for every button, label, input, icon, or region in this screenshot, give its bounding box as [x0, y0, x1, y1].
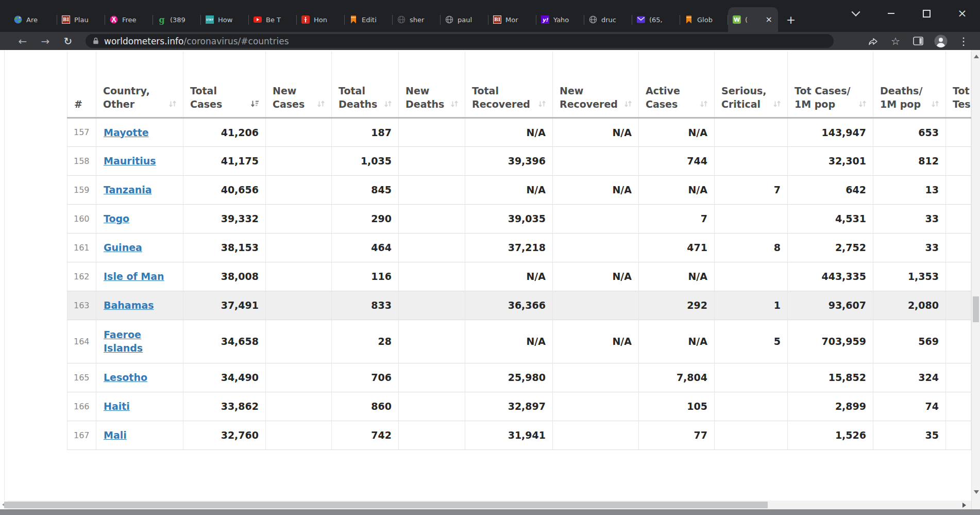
browser-tab[interactable]: druc	[584, 7, 632, 32]
table-body: 157 Mayotte 41,206187N/AN/AN/A143,947653…	[67, 118, 971, 450]
scroll-down-arrow-icon[interactable]	[974, 490, 979, 494]
column-header-new-recovered[interactable]: New Recovered	[553, 52, 639, 118]
cell-value	[399, 262, 465, 291]
cell-value: 74	[873, 392, 946, 421]
cell-value	[399, 118, 465, 146]
column-header-tot-cases-1m-pop[interactable]: Tot Cases/ 1M pop	[788, 52, 873, 118]
column-header-total-recovered[interactable]: Total Recovered	[465, 52, 553, 118]
country-cell: Haiti	[96, 392, 183, 421]
browser-tab[interactable]: Are	[9, 7, 57, 32]
column-header-tot-tes[interactable]: Tot Tes	[946, 52, 971, 118]
menu-button[interactable]: ⋮	[952, 33, 975, 49]
tab-close-icon[interactable]: ×	[765, 15, 773, 24]
column-header-deaths-1m-pop[interactable]: Deaths/ 1M pop	[873, 52, 946, 118]
minimize-button[interactable]	[873, 0, 909, 27]
cell-value	[266, 233, 332, 262]
column-header-total-deaths[interactable]: Total Deaths	[332, 52, 399, 118]
sort-icon	[448, 100, 459, 108]
column-header-country-other[interactable]: Country, Other	[96, 52, 183, 118]
gray-globe-icon	[589, 15, 597, 24]
vertical-scrollbar[interactable]	[971, 50, 980, 509]
maximize-icon	[923, 10, 931, 18]
forward-button[interactable]: →	[34, 35, 57, 47]
close-button[interactable]: ×	[944, 0, 980, 27]
cell-value	[266, 204, 332, 233]
country-link[interactable]: Haiti	[104, 401, 130, 412]
browser-tab[interactable]: Be T	[249, 7, 297, 32]
browser-tab[interactable]: Editi	[345, 7, 393, 32]
reload-button[interactable]: ↻	[57, 35, 79, 47]
column-header-serious-critical[interactable]: Serious, Critical	[715, 52, 788, 118]
bookmark-star-button[interactable]: ☆	[884, 33, 907, 49]
cell-value	[266, 175, 332, 204]
back-button[interactable]: ←	[11, 35, 34, 47]
tab-search-button[interactable]	[838, 0, 873, 27]
cell-value	[946, 204, 971, 233]
cell-value	[553, 233, 639, 262]
cell-value: 37,218	[465, 233, 553, 262]
column-header-new-cases[interactable]: New Cases	[266, 52, 332, 118]
column-header-num[interactable]: #	[67, 52, 96, 118]
new-tab-button[interactable]: +	[783, 12, 799, 27]
country-link[interactable]: Mauritius	[104, 155, 156, 167]
side-panel-button[interactable]	[907, 33, 930, 49]
horizontal-scrollbar-thumb[interactable]	[4, 502, 768, 508]
cell-value: 1,035	[332, 146, 399, 175]
vertical-scrollbar-thumb[interactable]	[973, 296, 979, 322]
row-number: 160	[67, 204, 96, 233]
country-cell: Faeroe Islands	[96, 320, 183, 363]
browser-tab[interactable]: Hon	[297, 7, 345, 32]
scroll-up-arrow-icon[interactable]	[974, 55, 979, 58]
browser-tab[interactable]: paul	[441, 7, 488, 32]
country-link[interactable]: Lesotho	[104, 372, 147, 383]
active-tab[interactable]: W ( ×	[728, 7, 778, 32]
cell-value	[553, 392, 639, 421]
country-link[interactable]: Tanzania	[104, 184, 152, 195]
red-torch-icon	[301, 15, 310, 24]
browser-tab[interactable]: Glob	[680, 7, 728, 32]
cell-value: 25,980	[465, 363, 553, 392]
browser-tab[interactable]: (65,	[632, 7, 680, 32]
maximize-button[interactable]	[909, 0, 944, 27]
browser-tab[interactable]: BI Mor	[488, 7, 536, 32]
browser-tab[interactable]: STAT How	[201, 7, 249, 32]
browser-tab[interactable]: Free	[105, 7, 153, 32]
cell-value	[946, 392, 971, 421]
cell-value: 860	[332, 392, 399, 421]
browser-tab[interactable]: g (389	[153, 7, 201, 32]
scroll-right-arrow-icon[interactable]	[962, 503, 966, 508]
column-header-total-cases[interactable]: Total Cases	[183, 52, 266, 118]
cell-value: N/A	[553, 320, 639, 363]
chevron-down-icon	[851, 8, 860, 16]
profile-avatar[interactable]	[930, 33, 952, 49]
country-link[interactable]: Mali	[104, 429, 127, 441]
cell-value	[946, 233, 971, 262]
country-link[interactable]: Isle of Man	[104, 271, 164, 282]
browser-tab[interactable]: y! Yaho	[536, 7, 584, 32]
country-link[interactable]: Bahamas	[104, 300, 154, 311]
stat-teal-icon: STAT	[206, 15, 214, 24]
cell-value: 2,899	[788, 392, 873, 421]
country-link[interactable]: Faeroe Islands	[104, 328, 151, 355]
share-button[interactable]	[861, 33, 884, 49]
cell-value	[553, 421, 639, 450]
browser-tab[interactable]: BI Plau	[57, 7, 105, 32]
column-header-active-cases[interactable]: Active Cases	[639, 52, 715, 118]
country-link[interactable]: Mayotte	[104, 127, 149, 138]
cell-value: N/A	[639, 320, 715, 363]
cell-value	[715, 118, 788, 146]
cell-value	[399, 233, 465, 262]
lock-icon[interactable]	[93, 37, 99, 45]
address-bar[interactable]: worldometers.info/coronavirus/#countries	[86, 34, 834, 48]
sort-icon	[314, 100, 325, 108]
country-cell: Lesotho	[96, 363, 183, 392]
row-number: 159	[67, 175, 96, 204]
tab-strip-tabs: Are BI Plau Free g (389 STAT How Be T Ho…	[9, 7, 778, 32]
column-header-new-deaths[interactable]: New Deaths	[399, 52, 465, 118]
country-link[interactable]: Togo	[104, 213, 129, 224]
browser-tab[interactable]: sher	[393, 7, 441, 32]
cell-value	[553, 146, 639, 175]
country-link[interactable]: Guinea	[104, 242, 142, 253]
cell-value	[266, 118, 332, 146]
horizontal-scrollbar[interactable]	[0, 501, 971, 509]
